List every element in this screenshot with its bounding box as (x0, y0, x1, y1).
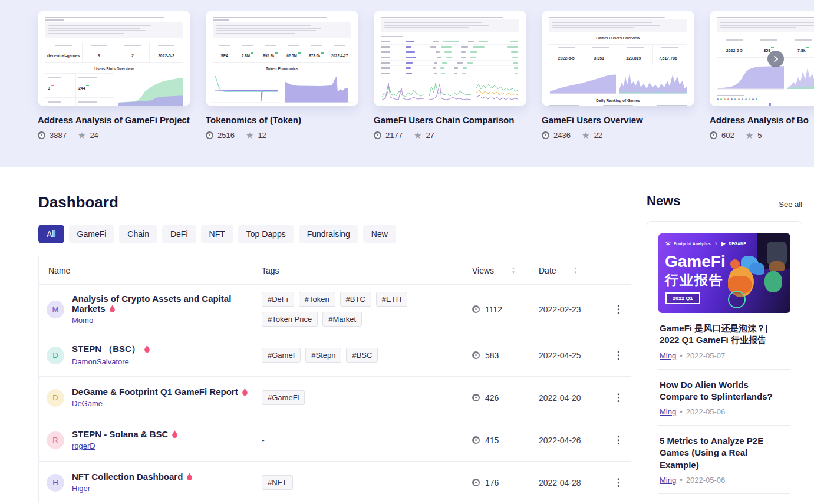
row-title-link[interactable]: STEPN （BSC） (72, 344, 150, 355)
tag-chip[interactable]: #NFT (262, 475, 293, 490)
tag-chip[interactable]: #Token Price (262, 312, 318, 327)
eye-icon (206, 131, 213, 139)
dashboard-card-thumbnail[interactable]: GameFi Users Overview 2022-5-5 3,351 123… (542, 11, 694, 106)
eye-icon (472, 351, 480, 359)
tag-chip[interactable]: #GameFi (262, 390, 305, 405)
tag-chip[interactable]: #Gamef (262, 348, 301, 363)
card-title[interactable]: GameFi Users Overview (542, 115, 694, 125)
row-title-link[interactable]: NFT Collection Dashboard (72, 472, 193, 482)
row-date: 2022-04-20 (539, 393, 605, 403)
tag-chip[interactable]: #ETH (376, 292, 407, 307)
news-headline[interactable]: GameFi 是风口还是泡沫？| 2022 Q1 GameFi 行业报告 (660, 322, 789, 347)
tab-fundraising[interactable]: Fundraising (299, 225, 358, 243)
news-author-link[interactable]: Ming (660, 476, 676, 485)
thumb-note (213, 22, 351, 38)
carousel-next-button[interactable] (767, 51, 784, 67)
tags-cell: #Gamef #Stepn #BSC (262, 348, 457, 363)
card-title[interactable]: Tokenomics of (Token) (206, 115, 358, 125)
kebab-menu-icon[interactable]: ⋮ (605, 391, 632, 404)
tab-all[interactable]: All (38, 225, 64, 243)
news-headline[interactable]: 5 Metrics to Analyze P2E Games (Using a … (660, 435, 789, 471)
row-title-link[interactable]: STEPN - Solana & BSC (72, 429, 178, 439)
avatar: D (47, 389, 64, 407)
thumb-note (381, 19, 519, 32)
kebab-menu-icon[interactable]: ⋮ (605, 303, 632, 315)
author-link[interactable]: Momo (72, 316, 93, 325)
card-stars: 12 (258, 131, 266, 140)
news-banner-image[interactable]: Footprint Analytics X DEGAME GameFi 行业报告… (658, 233, 790, 313)
row-title-link[interactable]: Analysis of Crypto Assets and Capital Ma… (72, 294, 249, 314)
author-link[interactable]: Higer (72, 484, 90, 493)
news-author-link[interactable]: Ming (660, 351, 676, 360)
news-date: 2022-05-07 (686, 351, 726, 360)
thumb-area-chart (284, 73, 351, 104)
avatar: M (47, 301, 64, 318)
sort-date-button[interactable]: ▲▼ (573, 265, 579, 275)
flame-icon (109, 305, 116, 313)
news-item: How Do Alien Worlds Compare to Splinterl… (658, 369, 790, 426)
author-link[interactable]: DamonSalvatore (72, 357, 129, 366)
table-header: Name Tags Views ▲▼ Date ▲▼ (39, 256, 631, 284)
flame-icon (186, 473, 193, 481)
thumb-section-title: GameFi Users Overview (549, 36, 687, 40)
thumb-legend (717, 98, 814, 100)
dashboard-card-thumbnail[interactable]: SEA 2.8M 895.9k 62.5M 873.0k 2022-4-27 T… (206, 11, 358, 106)
kebab-menu-icon[interactable]: ⋮ (605, 349, 632, 361)
card-title[interactable]: Address Analysis of Bo (710, 115, 814, 125)
see-all-link[interactable]: See all (779, 200, 802, 209)
author-link[interactable]: DeGame (72, 399, 103, 408)
card-views: 2516 (217, 131, 235, 140)
thumb-note (45, 22, 183, 38)
eye-icon (542, 131, 549, 139)
sort-views-button[interactable]: ▲▼ (510, 265, 516, 275)
tag-chip[interactable]: #DeFi (262, 292, 294, 307)
tab-new[interactable]: New (363, 225, 396, 243)
tab-chain[interactable]: Chain (119, 225, 157, 243)
row-date: 2022-02-23 (539, 305, 605, 314)
avatar: D (47, 347, 64, 364)
tag-chip[interactable]: #Market (322, 312, 362, 327)
table-row: D DeGame & Footprint Q1 GameFi Report De… (39, 376, 631, 419)
dashboard-card: SEA 2.8M 895.9k 62.5M 873.0k 2022-4-27 T… (206, 11, 358, 140)
thumb-area-chart (549, 69, 616, 96)
tab-nft[interactable]: NFT (201, 225, 233, 243)
tags-cell: #NFT (262, 475, 457, 490)
news-author-link[interactable]: Ming (660, 407, 676, 416)
thumb-area-chart (118, 73, 183, 106)
thumb-stat-row: decentral-games 3 2 2022-5-2 (45, 42, 183, 63)
thumb-note (549, 19, 687, 32)
eye-icon (38, 131, 45, 139)
row-title-link[interactable]: DeGame & Footprint Q1 GameFi Report (72, 387, 248, 397)
news-date: 2022-05-06 (686, 407, 726, 416)
carousel-track: decentral-games 3 2 2022-5-2 Users Stats… (0, 11, 814, 140)
dashboard-card-thumbnail[interactable]: 2022-5-5 359 7.8k (710, 11, 814, 106)
card-views: 2436 (553, 131, 571, 140)
tab-defi[interactable]: DeFi (162, 225, 196, 243)
card-stars: 24 (90, 131, 98, 140)
card-title[interactable]: Address Analysis of GameFi Project (38, 115, 190, 125)
dashboard-card-thumbnail[interactable] (374, 11, 526, 106)
tab-top-dapps[interactable]: Top Dapps (238, 225, 294, 243)
thumb-line-chart (381, 80, 425, 103)
row-date: 2022-04-26 (539, 436, 605, 445)
card-title[interactable]: GameFi Users Chain Comparison (374, 115, 526, 125)
author-link[interactable]: rogerD (72, 442, 95, 450)
tag-chip[interactable]: #Stepn (305, 348, 341, 363)
tag-chip[interactable]: #Token (299, 292, 335, 307)
featured-carousel: decentral-games 3 2 2022-5-2 Users Stats… (0, 0, 814, 167)
tag-chip[interactable]: #BTC (340, 292, 371, 307)
news-card: Footprint Analytics X DEGAME GameFi 行业报告… (647, 221, 802, 504)
tag-chip[interactable]: #BSC (346, 348, 378, 363)
banner-title-cn: 行业报告 (665, 271, 724, 289)
tab-gamefi[interactable]: GameFi (69, 225, 115, 243)
column-header-tags: Tags (262, 266, 472, 275)
kebab-menu-icon[interactable]: ⋮ (605, 434, 632, 446)
news-title: News (647, 193, 680, 209)
thumb-line-chart (475, 80, 519, 103)
dashboard-card: 2022-5-5 359 7.8k (710, 11, 814, 140)
thumb-note (717, 19, 814, 32)
news-item: What Is So Innovative About Crazy (658, 493, 790, 504)
dashboard-card-thumbnail[interactable]: decentral-games 3 2 2022-5-2 Users Stats… (38, 11, 190, 106)
kebab-menu-icon[interactable]: ⋮ (605, 476, 632, 489)
news-headline[interactable]: How Do Alien Worlds Compare to Splinterl… (660, 379, 789, 403)
